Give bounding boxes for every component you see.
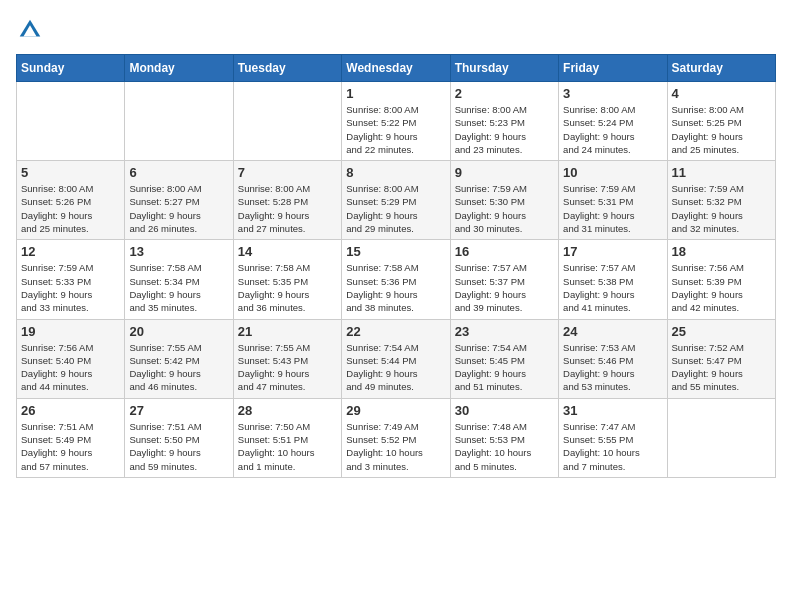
day-info: Sunrise: 7:57 AM Sunset: 5:38 PM Dayligh… xyxy=(563,261,662,314)
day-number: 23 xyxy=(455,324,554,339)
calendar-cell: 23Sunrise: 7:54 AM Sunset: 5:45 PM Dayli… xyxy=(450,319,558,398)
day-info: Sunrise: 7:47 AM Sunset: 5:55 PM Dayligh… xyxy=(563,420,662,473)
calendar-cell: 8Sunrise: 8:00 AM Sunset: 5:29 PM Daylig… xyxy=(342,161,450,240)
day-number: 6 xyxy=(129,165,228,180)
calendar-cell: 30Sunrise: 7:48 AM Sunset: 5:53 PM Dayli… xyxy=(450,398,558,477)
weekday-header-sunday: Sunday xyxy=(17,55,125,82)
day-number: 25 xyxy=(672,324,771,339)
day-info: Sunrise: 7:56 AM Sunset: 5:40 PM Dayligh… xyxy=(21,341,120,394)
day-info: Sunrise: 7:49 AM Sunset: 5:52 PM Dayligh… xyxy=(346,420,445,473)
day-info: Sunrise: 8:00 AM Sunset: 5:29 PM Dayligh… xyxy=(346,182,445,235)
day-info: Sunrise: 7:51 AM Sunset: 5:49 PM Dayligh… xyxy=(21,420,120,473)
day-info: Sunrise: 7:51 AM Sunset: 5:50 PM Dayligh… xyxy=(129,420,228,473)
day-info: Sunrise: 8:00 AM Sunset: 5:23 PM Dayligh… xyxy=(455,103,554,156)
day-info: Sunrise: 7:55 AM Sunset: 5:43 PM Dayligh… xyxy=(238,341,337,394)
day-number: 26 xyxy=(21,403,120,418)
day-info: Sunrise: 7:58 AM Sunset: 5:36 PM Dayligh… xyxy=(346,261,445,314)
day-info: Sunrise: 7:59 AM Sunset: 5:33 PM Dayligh… xyxy=(21,261,120,314)
calendar-cell: 24Sunrise: 7:53 AM Sunset: 5:46 PM Dayli… xyxy=(559,319,667,398)
day-number: 21 xyxy=(238,324,337,339)
day-info: Sunrise: 8:00 AM Sunset: 5:22 PM Dayligh… xyxy=(346,103,445,156)
day-info: Sunrise: 7:59 AM Sunset: 5:31 PM Dayligh… xyxy=(563,182,662,235)
calendar-cell xyxy=(233,82,341,161)
calendar-week-row: 26Sunrise: 7:51 AM Sunset: 5:49 PM Dayli… xyxy=(17,398,776,477)
calendar-cell: 4Sunrise: 8:00 AM Sunset: 5:25 PM Daylig… xyxy=(667,82,775,161)
calendar-table: SundayMondayTuesdayWednesdayThursdayFrid… xyxy=(16,54,776,478)
day-number: 2 xyxy=(455,86,554,101)
weekday-header-tuesday: Tuesday xyxy=(233,55,341,82)
weekday-header-thursday: Thursday xyxy=(450,55,558,82)
day-number: 14 xyxy=(238,244,337,259)
day-number: 12 xyxy=(21,244,120,259)
day-number: 4 xyxy=(672,86,771,101)
calendar-cell: 19Sunrise: 7:56 AM Sunset: 5:40 PM Dayli… xyxy=(17,319,125,398)
day-number: 17 xyxy=(563,244,662,259)
calendar-cell: 28Sunrise: 7:50 AM Sunset: 5:51 PM Dayli… xyxy=(233,398,341,477)
day-number: 30 xyxy=(455,403,554,418)
calendar-cell xyxy=(17,82,125,161)
calendar-cell: 12Sunrise: 7:59 AM Sunset: 5:33 PM Dayli… xyxy=(17,240,125,319)
calendar-cell: 7Sunrise: 8:00 AM Sunset: 5:28 PM Daylig… xyxy=(233,161,341,240)
day-info: Sunrise: 7:52 AM Sunset: 5:47 PM Dayligh… xyxy=(672,341,771,394)
day-number: 11 xyxy=(672,165,771,180)
day-info: Sunrise: 7:54 AM Sunset: 5:45 PM Dayligh… xyxy=(455,341,554,394)
day-number: 9 xyxy=(455,165,554,180)
day-number: 8 xyxy=(346,165,445,180)
day-number: 24 xyxy=(563,324,662,339)
calendar-cell: 18Sunrise: 7:56 AM Sunset: 5:39 PM Dayli… xyxy=(667,240,775,319)
day-info: Sunrise: 7:58 AM Sunset: 5:35 PM Dayligh… xyxy=(238,261,337,314)
day-number: 31 xyxy=(563,403,662,418)
day-info: Sunrise: 7:59 AM Sunset: 5:30 PM Dayligh… xyxy=(455,182,554,235)
day-number: 27 xyxy=(129,403,228,418)
calendar-cell: 15Sunrise: 7:58 AM Sunset: 5:36 PM Dayli… xyxy=(342,240,450,319)
day-info: Sunrise: 8:00 AM Sunset: 5:25 PM Dayligh… xyxy=(672,103,771,156)
weekday-header-friday: Friday xyxy=(559,55,667,82)
calendar-cell: 25Sunrise: 7:52 AM Sunset: 5:47 PM Dayli… xyxy=(667,319,775,398)
day-info: Sunrise: 7:54 AM Sunset: 5:44 PM Dayligh… xyxy=(346,341,445,394)
calendar-cell: 29Sunrise: 7:49 AM Sunset: 5:52 PM Dayli… xyxy=(342,398,450,477)
day-info: Sunrise: 7:55 AM Sunset: 5:42 PM Dayligh… xyxy=(129,341,228,394)
day-number: 15 xyxy=(346,244,445,259)
day-number: 13 xyxy=(129,244,228,259)
calendar-cell: 14Sunrise: 7:58 AM Sunset: 5:35 PM Dayli… xyxy=(233,240,341,319)
day-info: Sunrise: 7:48 AM Sunset: 5:53 PM Dayligh… xyxy=(455,420,554,473)
day-number: 19 xyxy=(21,324,120,339)
day-number: 3 xyxy=(563,86,662,101)
weekday-header-wednesday: Wednesday xyxy=(342,55,450,82)
day-info: Sunrise: 8:00 AM Sunset: 5:28 PM Dayligh… xyxy=(238,182,337,235)
calendar-cell: 3Sunrise: 8:00 AM Sunset: 5:24 PM Daylig… xyxy=(559,82,667,161)
calendar-cell: 5Sunrise: 8:00 AM Sunset: 5:26 PM Daylig… xyxy=(17,161,125,240)
day-info: Sunrise: 8:00 AM Sunset: 5:27 PM Dayligh… xyxy=(129,182,228,235)
logo xyxy=(16,16,48,44)
day-number: 18 xyxy=(672,244,771,259)
day-number: 7 xyxy=(238,165,337,180)
day-number: 5 xyxy=(21,165,120,180)
calendar-cell xyxy=(125,82,233,161)
calendar-cell: 11Sunrise: 7:59 AM Sunset: 5:32 PM Dayli… xyxy=(667,161,775,240)
day-info: Sunrise: 7:50 AM Sunset: 5:51 PM Dayligh… xyxy=(238,420,337,473)
day-info: Sunrise: 8:00 AM Sunset: 5:26 PM Dayligh… xyxy=(21,182,120,235)
calendar-cell: 13Sunrise: 7:58 AM Sunset: 5:34 PM Dayli… xyxy=(125,240,233,319)
calendar-cell: 21Sunrise: 7:55 AM Sunset: 5:43 PM Dayli… xyxy=(233,319,341,398)
day-info: Sunrise: 7:57 AM Sunset: 5:37 PM Dayligh… xyxy=(455,261,554,314)
calendar-cell: 20Sunrise: 7:55 AM Sunset: 5:42 PM Dayli… xyxy=(125,319,233,398)
calendar-cell: 31Sunrise: 7:47 AM Sunset: 5:55 PM Dayli… xyxy=(559,398,667,477)
weekday-header-monday: Monday xyxy=(125,55,233,82)
calendar-cell: 9Sunrise: 7:59 AM Sunset: 5:30 PM Daylig… xyxy=(450,161,558,240)
day-number: 22 xyxy=(346,324,445,339)
calendar-cell: 27Sunrise: 7:51 AM Sunset: 5:50 PM Dayli… xyxy=(125,398,233,477)
weekday-header-saturday: Saturday xyxy=(667,55,775,82)
calendar-cell: 17Sunrise: 7:57 AM Sunset: 5:38 PM Dayli… xyxy=(559,240,667,319)
calendar-week-row: 19Sunrise: 7:56 AM Sunset: 5:40 PM Dayli… xyxy=(17,319,776,398)
calendar-cell xyxy=(667,398,775,477)
calendar-cell: 2Sunrise: 8:00 AM Sunset: 5:23 PM Daylig… xyxy=(450,82,558,161)
day-info: Sunrise: 7:59 AM Sunset: 5:32 PM Dayligh… xyxy=(672,182,771,235)
calendar-cell: 22Sunrise: 7:54 AM Sunset: 5:44 PM Dayli… xyxy=(342,319,450,398)
day-number: 10 xyxy=(563,165,662,180)
calendar-week-row: 5Sunrise: 8:00 AM Sunset: 5:26 PM Daylig… xyxy=(17,161,776,240)
logo-icon xyxy=(16,16,44,44)
calendar-cell: 10Sunrise: 7:59 AM Sunset: 5:31 PM Dayli… xyxy=(559,161,667,240)
day-number: 1 xyxy=(346,86,445,101)
day-info: Sunrise: 8:00 AM Sunset: 5:24 PM Dayligh… xyxy=(563,103,662,156)
calendar-cell: 6Sunrise: 8:00 AM Sunset: 5:27 PM Daylig… xyxy=(125,161,233,240)
